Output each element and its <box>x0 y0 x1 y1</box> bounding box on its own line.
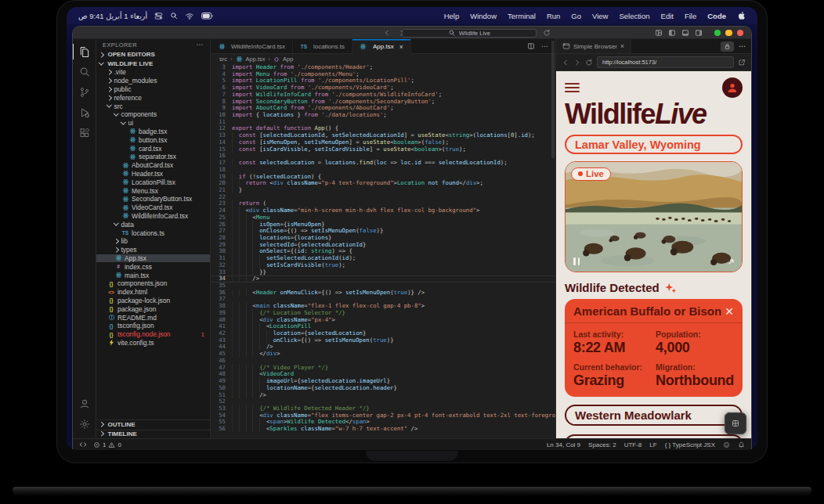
command-center-search[interactable]: Wildlife Live <box>402 29 537 38</box>
panel-more-icon[interactable]: ⋯ <box>739 42 746 50</box>
code-line-36[interactable]: 36 <Header onMenuClick={() => setIsMenuO… <box>211 290 555 297</box>
tab-WildlifeInfoCard.tsx[interactable]: WildlifeInfoCard.tsx <box>211 39 293 53</box>
menu-code[interactable]: Code <box>707 12 726 20</box>
tree-item-components.json[interactable]: {}components.json <box>96 279 210 288</box>
history-back-button[interactable] <box>383 29 391 37</box>
tree-item-badge.tsx[interactable]: badge.tsx <box>96 128 210 136</box>
status-lf[interactable]: LF <box>649 441 656 448</box>
avatar[interactable] <box>722 77 743 98</box>
code-line-15[interactable]: 15 const [isCardVisible, setIsCardVisibl… <box>211 146 555 153</box>
tree-item-tsconfig.json[interactable]: {}tsconfig.json <box>96 322 210 330</box>
minimize-window-button[interactable] <box>725 30 732 37</box>
hamburger-menu-icon[interactable] <box>565 81 580 95</box>
activity-run-debug[interactable] <box>73 103 96 123</box>
tree-item-separator.tsx[interactable]: separator.tsx <box>96 153 210 161</box>
zoom-window-button[interactable] <box>714 30 721 37</box>
activity-explorer[interactable] <box>73 41 96 62</box>
tree-item-main.tsx[interactable]: main.tsx <box>96 271 210 279</box>
tree-item-package-lock.json[interactable]: {}package-lock.json <box>96 297 210 305</box>
tree-item-index.html[interactable]: <>index.html <box>96 288 210 297</box>
video-card[interactable]: Live <box>565 161 743 272</box>
tree-item-locations.ts[interactable]: TSlocations.ts <box>96 229 210 237</box>
breadcrumb[interactable]: src › App.tsx › App <box>211 54 555 64</box>
code-line-21[interactable]: 21 } <box>211 187 555 194</box>
status-ln-34-col-9[interactable]: Ln 34, Col 9 <box>547 441 580 448</box>
open-editors-section[interactable]: OPEN EDITORS <box>96 50 210 59</box>
menu-run[interactable]: Run <box>547 12 560 20</box>
feedback-icon[interactable] <box>723 441 730 448</box>
menu-file[interactable]: File <box>685 12 696 20</box>
tree-item-Menu.tsx[interactable]: Menu.tsx <box>96 186 210 195</box>
pause-button[interactable] <box>573 257 580 265</box>
expand-icon[interactable] <box>727 257 735 266</box>
menu-selection[interactable]: Selection <box>619 12 649 20</box>
menu-window[interactable]: Window <box>470 12 497 20</box>
accounts-button[interactable] <box>73 394 96 414</box>
activity-source-control[interactable] <box>73 82 96 103</box>
close-tab-icon[interactable]: × <box>399 43 403 51</box>
browser-back-icon[interactable] <box>562 59 569 67</box>
tree-item-data[interactable]: data <box>96 220 210 229</box>
toggle-primary-sidebar-icon[interactable] <box>668 29 676 37</box>
tree-item-package.json[interactable]: {}package.json <box>96 304 210 313</box>
code-line-10[interactable]: 10import { locations } from './data/loca… <box>211 112 555 119</box>
code-editor[interactable]: 3import Header from './components/Header… <box>211 64 555 438</box>
lock-button[interactable] <box>721 41 734 52</box>
wifi-icon[interactable] <box>185 12 194 20</box>
tree-item-vite.config.ts[interactable]: vite.config.ts <box>96 339 210 347</box>
browser-forward-icon[interactable] <box>573 59 581 67</box>
tree-item-LocationPill.tsx[interactable]: LocationPill.tsx <box>96 178 210 186</box>
tree-item-index.css[interactable]: #index.css <box>96 262 210 271</box>
remote-indicator-icon[interactable] <box>79 441 87 448</box>
close-icon[interactable]: × <box>620 42 624 50</box>
workspace-root[interactable]: WILDLIFE LIVE <box>96 59 210 69</box>
simple-browser-tab[interactable]: Simple Browser × <box>556 39 631 53</box>
tree-item-WildlifeInfoCard.tsx[interactable]: WildlifeInfoCard.tsx <box>96 212 210 221</box>
editor-more-icon[interactable]: ⋯ <box>541 42 548 50</box>
split-editor-icon[interactable] <box>527 42 535 50</box>
tab-locations.ts[interactable]: TSlocations.ts <box>293 39 352 53</box>
url-input[interactable]: http://localhost:5173/ <box>597 56 734 68</box>
tree-item-tsconfig.node.json[interactable]: {}tsconfig.node.json1 <box>96 330 210 339</box>
tree-item-src[interactable]: src <box>96 102 210 110</box>
tree-item-VideoCard.tsx[interactable]: VideoCard.tsx <box>96 203 210 212</box>
activity-search[interactable] <box>73 62 96 82</box>
reload-window-icon[interactable] <box>543 29 551 37</box>
timeline-section[interactable]: TIMELINE <box>96 430 210 439</box>
spotlight-search-icon[interactable] <box>170 12 178 20</box>
tree-item-components[interactable]: components <box>96 110 210 119</box>
status-utf-8[interactable]: UTF-8 <box>624 441 642 448</box>
close-window-button[interactable] <box>737 30 744 37</box>
menu-terminal[interactable]: Terminal <box>508 12 536 20</box>
tree-item-SecondaryButton.tsx[interactable]: SecondaryButton.tsx <box>96 195 210 203</box>
location-pill[interactable]: Lamar Valley, Wyoming <box>565 135 743 154</box>
tree-item-types[interactable]: types <box>96 246 210 254</box>
tree-item-AboutCard.tsx[interactable]: AboutCard.tsx <box>96 161 210 170</box>
code-line-33[interactable]: 33 }} <box>211 269 555 276</box>
customize-layout-icon[interactable] <box>655 29 663 37</box>
toggle-secondary-sidebar-icon[interactable] <box>695 29 703 37</box>
tree-item-card.tsx[interactable]: card.tsx <box>96 144 210 153</box>
tree-item-README.md[interactable]: README.md <box>96 313 210 322</box>
open-external-icon[interactable] <box>738 59 746 67</box>
tree-item-App.tsx[interactable]: App.tsx <box>96 254 210 263</box>
tree-item-lib[interactable]: lib <box>96 237 210 246</box>
outline-section[interactable]: OUTLINE <box>96 420 210 430</box>
code-line-51[interactable]: 51 /> <box>211 392 555 399</box>
western-meadowlark-pill[interactable]: Western Meadowlark + <box>565 405 743 426</box>
tree-item-ui[interactable]: ui <box>96 119 210 128</box>
code-line-45[interactable]: 45 </div> <box>211 351 555 358</box>
status-spaces-2[interactable]: Spaces: 2 <box>588 441 616 448</box>
tree-item-Header.tsx[interactable]: Header.tsx <box>96 170 210 178</box>
tree-item-reference[interactable]: reference <box>96 93 210 102</box>
code-line-56[interactable]: 56 <Sparkles className="w-7 h-7 text-acc… <box>211 426 555 433</box>
status--typescript-jsx[interactable]: { } TypeScript JSX <box>665 441 715 448</box>
browser-reload-icon[interactable] <box>585 59 593 67</box>
tree-item-button.tsx[interactable]: button.tsx <box>96 135 210 144</box>
code-line-34[interactable]: 34 /> <box>211 275 555 283</box>
activity-extensions[interactable] <box>73 123 96 143</box>
explorer-more-icon[interactable]: ⋯ <box>197 41 204 49</box>
menu-go[interactable]: Go <box>571 12 581 20</box>
tab-App.tsx[interactable]: App.tsx× <box>352 39 411 54</box>
menu-view[interactable]: View <box>592 12 608 20</box>
